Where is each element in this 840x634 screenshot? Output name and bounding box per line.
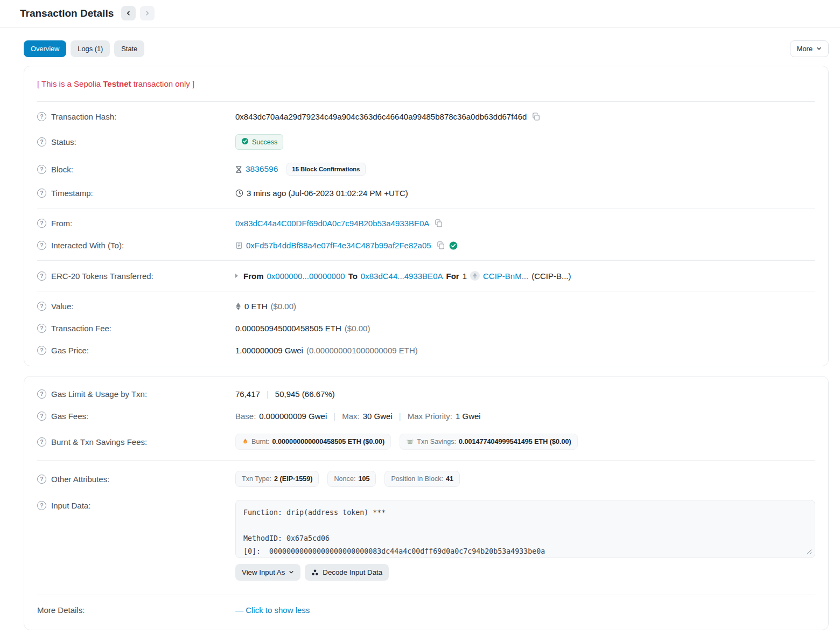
eth-diamond-icon <box>235 302 241 310</box>
erc20-amount: 1 <box>463 271 467 281</box>
divider <box>37 291 815 291</box>
view-input-as-button[interactable]: View Input As <box>235 564 300 581</box>
tab-state[interactable]: State <box>114 40 144 57</box>
help-icon[interactable] <box>37 501 46 510</box>
help-icon[interactable] <box>37 165 46 174</box>
nonce-label: Nonce: <box>334 475 355 483</box>
txn-savings-value: 0.001477404999541495 ETH ($0.00) <box>459 438 571 445</box>
page-title: Transaction Details <box>20 8 114 19</box>
more-button-label: More <box>797 45 813 53</box>
help-icon[interactable] <box>37 189 46 198</box>
burnt-value: 0.000000000000458505 ETH ($0.00) <box>272 438 385 445</box>
row-from: From: 0x83dC44a4C00DFf69d0A0c7c94B20b53a… <box>37 212 815 234</box>
transaction-fee-amount: 0.000050945000458505 ETH <box>235 324 341 333</box>
erc20-token-link[interactable]: CCIP-BnM... <box>483 271 528 281</box>
contract-document-icon <box>235 241 243 249</box>
check-circle-icon <box>241 137 249 147</box>
help-icon[interactable] <box>37 302 46 311</box>
testnet-warning-post: transaction only ] <box>131 79 195 88</box>
position-in-block-badge: Position In Block: 41 <box>384 471 460 487</box>
help-icon[interactable] <box>37 389 46 399</box>
testnet-warning-pre: [ This is a Sepolia <box>37 79 103 88</box>
max-priority-value: 1 Gwei <box>456 412 481 421</box>
row-transaction-hash: Transaction Hash: 0x843dc70a4a29d79234c4… <box>37 106 815 128</box>
value-amount: 0 ETH <box>244 302 268 311</box>
transaction-fee-label: Transaction Fee: <box>51 324 111 333</box>
separator: | <box>396 412 404 421</box>
from-address-link[interactable]: 0x83dC44a4C00DFf69d0A0c7c94B20b53a4933BE… <box>235 219 429 228</box>
help-icon[interactable] <box>37 241 46 250</box>
erc20-from-address-link[interactable]: 0x000000...00000000 <box>267 271 345 281</box>
more-button[interactable]: More <box>790 40 829 57</box>
base-fee-label: Base: <box>235 412 256 421</box>
position-value: 41 <box>446 475 453 483</box>
row-interacted-with: Interacted With (To): 0xFd57b4ddBf88a4e0… <box>37 234 815 256</box>
help-icon[interactable] <box>37 137 46 147</box>
erc20-to-address-link[interactable]: 0x83dC44...4933BE0A <box>361 271 443 281</box>
tab-overview[interactable]: Overview <box>24 40 66 57</box>
page-header: Transaction Details <box>0 0 840 27</box>
row-more-details: More Details: — Click to show less <box>37 599 815 625</box>
copy-icon[interactable] <box>432 219 443 227</box>
divider <box>37 208 815 208</box>
help-icon[interactable] <box>37 412 46 421</box>
gas-limit-value: 76,417 <box>235 389 260 399</box>
help-icon[interactable] <box>37 112 46 121</box>
timestamp-label: Timestamp: <box>51 189 93 198</box>
decode-input-data-label: Decode Input Data <box>323 568 382 576</box>
transaction-hash-value: 0x843dc70a4a29d79234c49a904c363d6c46640a… <box>235 112 527 121</box>
nonce-badge: Nonce: 105 <box>327 471 376 487</box>
copy-icon[interactable] <box>435 241 445 249</box>
erc20-label: ERC-20 Tokens Transferred: <box>51 271 153 281</box>
txn-savings-badge: Txn Savings: 0.001477404999541495 ETH ($… <box>400 434 577 450</box>
chevron-left-icon <box>125 10 131 16</box>
chevron-down-icon <box>289 568 294 576</box>
txn-type-label: Txn Type: <box>242 475 271 483</box>
row-block: Block: 3836596 15 Block Confirmations <box>37 156 815 182</box>
decode-input-data-button[interactable]: Decode Input Data <box>305 564 389 581</box>
show-less-link[interactable]: — Click to show less <box>235 605 310 615</box>
divider <box>37 101 815 102</box>
divider <box>37 595 815 595</box>
money-with-wings-icon <box>406 438 414 445</box>
tab-logs[interactable]: Logs (1) <box>71 40 110 57</box>
erc20-from-word: From <box>243 271 264 281</box>
status-label: Status: <box>51 137 76 147</box>
separator: | <box>263 389 272 399</box>
value-label: Value: <box>51 302 73 311</box>
prev-transaction-button[interactable] <box>121 6 136 20</box>
max-fee-value: 30 Gwei <box>363 412 393 421</box>
verified-check-icon <box>449 241 458 250</box>
help-icon[interactable] <box>37 324 46 333</box>
row-gas-limit: Gas Limit & Usage by Txn: 76,417 | 50,94… <box>37 381 815 405</box>
block-number-link[interactable]: 3836596 <box>246 164 278 174</box>
help-icon[interactable] <box>37 346 46 355</box>
input-data-label: Input Data: <box>51 501 90 510</box>
other-attributes-label: Other Attributes: <box>51 475 109 484</box>
row-erc20-transfers: ERC-20 Tokens Transferred: From 0x000000… <box>37 264 815 287</box>
fire-icon <box>242 438 249 445</box>
max-priority-label: Max Priority: <box>408 412 452 421</box>
row-transaction-fee: Transaction Fee: 0.000050945000458505 ET… <box>37 317 815 339</box>
erc20-to-word: To <box>348 271 358 281</box>
row-input-data: Input Data: Function: drip(address token… <box>37 493 815 587</box>
from-label: From: <box>51 219 72 228</box>
separator: | <box>330 412 339 421</box>
tabs-row: Overview Logs (1) State More <box>0 28 840 66</box>
erc20-token-symbol: (CCIP-B...) <box>531 271 571 281</box>
row-gas-price: Gas Price: 1.000000009 Gwei (0.000000001… <box>37 339 815 361</box>
input-data-textarea[interactable]: Function: drip(address token) *** Method… <box>235 500 815 558</box>
burnt-savings-label: Burnt & Txn Savings Fees: <box>51 437 147 447</box>
next-transaction-button[interactable] <box>140 6 155 20</box>
help-icon[interactable] <box>37 271 46 281</box>
value-usd: ($0.00) <box>271 302 297 311</box>
nonce-value: 105 <box>358 475 369 483</box>
position-label: Position In Block: <box>391 475 443 483</box>
help-icon[interactable] <box>37 219 46 228</box>
help-icon[interactable] <box>37 475 46 484</box>
to-address-link[interactable]: 0xFd57b4ddBf88a4e07fF4e34C487b99af2Fe82a… <box>246 241 431 250</box>
row-value: Value: 0 ETH ($0.00) <box>37 295 815 317</box>
help-icon[interactable] <box>37 437 46 447</box>
divider <box>37 460 815 461</box>
copy-icon[interactable] <box>530 113 540 121</box>
